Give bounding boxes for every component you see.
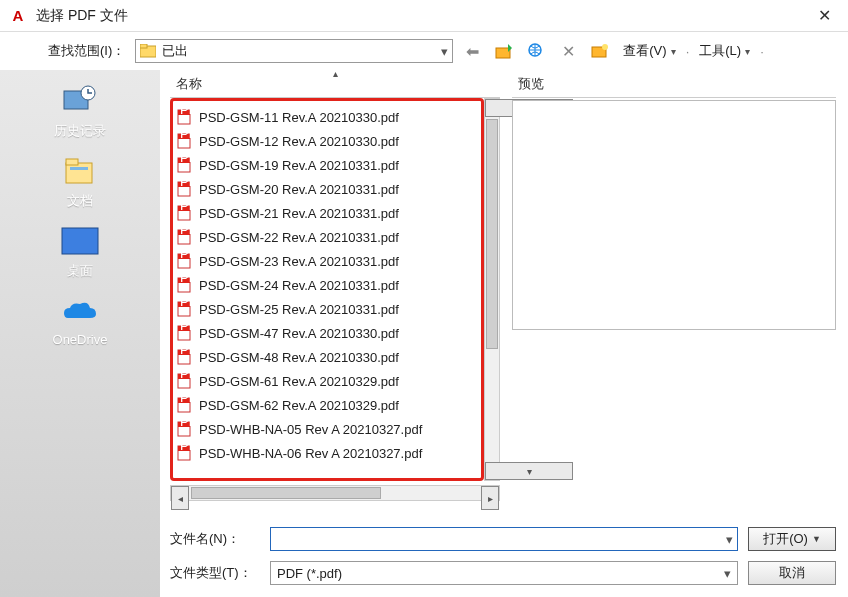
folder-up-icon — [494, 42, 514, 60]
pdf-file-icon: PDF — [177, 133, 193, 149]
pdf-file-icon: PDF — [177, 325, 193, 341]
file-row[interactable]: PDFPSD-WHB-NA-05 Rev A 20210327.pdf — [177, 417, 479, 441]
svg-text:PDF: PDF — [180, 421, 193, 429]
svg-rect-9 — [66, 159, 78, 165]
folder-icon — [140, 44, 156, 58]
svg-text:PDF: PDF — [180, 253, 193, 261]
svg-text:PDF: PDF — [180, 157, 193, 165]
horizontal-scrollbar[interactable]: ◂ ▸ — [170, 485, 500, 501]
tools-menu-button[interactable]: 工具(L) ▾ — [695, 39, 754, 63]
pdf-file-icon: PDF — [177, 109, 193, 125]
column-header-name[interactable]: ▴ 名称 — [170, 70, 500, 98]
svg-text:PDF: PDF — [180, 133, 193, 141]
file-row[interactable]: PDFPSD-GSM-12 Rev.A 20210330.pdf — [177, 129, 479, 153]
preview-box — [512, 100, 836, 330]
chevron-down-icon: ▾ — [671, 46, 676, 57]
vertical-scrollbar[interactable]: ▴ ▾ — [484, 98, 500, 481]
pdf-file-icon: PDF — [177, 229, 193, 245]
svg-text:PDF: PDF — [180, 325, 193, 333]
window-title: 选择 PDF 文件 — [36, 7, 804, 25]
scroll-thumb[interactable] — [191, 487, 381, 499]
tools-menu-label: 工具(L) — [699, 42, 741, 60]
svg-text:PDF: PDF — [180, 373, 193, 381]
globe-search-icon — [527, 42, 545, 60]
filetype-label: 文件类型(T)： — [170, 564, 260, 582]
web-button[interactable] — [523, 39, 549, 63]
pdf-file-icon: PDF — [177, 397, 193, 413]
file-row[interactable]: PDFPSD-GSM-25 Rev.A 20210331.pdf — [177, 297, 479, 321]
view-menu-button[interactable]: 查看(V) ▾ — [619, 39, 679, 63]
file-name: PSD-GSM-47 Rev.A 20210330.pdf — [199, 326, 399, 341]
file-open-dialog: A 选择 PDF 文件 ✕ 查找范围(I)： 已出 ▾ ⬅ ✕ 查看(V) ▾ … — [0, 0, 848, 597]
sidebar-item-documents[interactable]: 文档 — [0, 154, 160, 210]
sort-asc-icon: ▴ — [333, 68, 338, 79]
svg-text:PDF: PDF — [180, 445, 193, 453]
sidebar-item-onedrive[interactable]: OneDrive — [0, 294, 160, 347]
svg-rect-1 — [140, 44, 147, 48]
filename-label: 文件名(N)： — [170, 530, 260, 548]
svg-text:PDF: PDF — [180, 301, 193, 309]
file-row[interactable]: PDFPSD-GSM-47 Rev.A 20210330.pdf — [177, 321, 479, 345]
svg-text:PDF: PDF — [180, 397, 193, 405]
open-button[interactable]: 打开(O) ▼ — [748, 527, 836, 551]
up-folder-button[interactable] — [491, 39, 517, 63]
file-row[interactable]: PDFPSD-GSM-48 Rev.A 20210330.pdf — [177, 345, 479, 369]
filename-row: 文件名(N)： ▾ 打开(O) ▼ — [170, 527, 836, 551]
file-row[interactable]: PDFPSD-GSM-22 Rev.A 20210331.pdf — [177, 225, 479, 249]
scroll-track[interactable] — [189, 486, 481, 500]
svg-text:PDF: PDF — [180, 229, 193, 237]
arrow-left-icon: ⬅ — [466, 42, 479, 61]
chevron-down-icon: ▾ — [724, 566, 731, 581]
scroll-thumb[interactable] — [486, 119, 498, 349]
folder-new-icon — [590, 42, 610, 60]
pdf-file-icon: PDF — [177, 373, 193, 389]
file-row[interactable]: PDFPSD-GSM-19 Rev.A 20210331.pdf — [177, 153, 479, 177]
pdf-file-icon: PDF — [177, 277, 193, 293]
svg-text:PDF: PDF — [180, 205, 193, 213]
app-logo-icon: A — [8, 6, 28, 26]
delete-button[interactable]: ✕ — [555, 39, 581, 63]
file-row[interactable]: PDFPSD-GSM-11 Rev.A 20210330.pdf — [177, 105, 479, 129]
sidebar-item-label: 桌面 — [67, 262, 93, 280]
new-folder-button[interactable] — [587, 39, 613, 63]
scroll-right-button[interactable]: ▸ — [481, 486, 499, 510]
column-header-preview: 预览 — [512, 70, 836, 98]
scroll-track[interactable] — [485, 117, 499, 462]
svg-rect-2 — [496, 48, 510, 58]
pdf-file-icon: PDF — [177, 421, 193, 437]
file-name: PSD-GSM-24 Rev.A 20210331.pdf — [199, 278, 399, 293]
file-name: PSD-GSM-22 Rev.A 20210331.pdf — [199, 230, 399, 245]
view-menu-label: 查看(V) — [623, 42, 666, 60]
column-header-preview-label: 预览 — [518, 75, 544, 93]
file-row[interactable]: PDFPSD-WHB-NA-06 Rev A 20210327.pdf — [177, 441, 479, 465]
places-sidebar: 历史记录 文档 桌面 OneDrive — [0, 70, 160, 597]
main-panel: ▴ 名称 PDFPSD-GSM-11 Rev.A 20210330.pdfPDF… — [160, 70, 848, 597]
sidebar-item-label: OneDrive — [53, 332, 108, 347]
svg-point-5 — [602, 44, 608, 50]
column-header-name-label: 名称 — [176, 75, 202, 93]
file-row[interactable]: PDFPSD-GSM-21 Rev.A 20210331.pdf — [177, 201, 479, 225]
sidebar-item-label: 历史记录 — [54, 122, 106, 140]
svg-rect-8 — [66, 163, 92, 183]
look-in-combo[interactable]: 已出 ▾ — [135, 39, 453, 63]
close-button[interactable]: ✕ — [804, 2, 844, 30]
filetype-select[interactable]: PDF (*.pdf) ▾ — [270, 561, 738, 585]
back-button[interactable]: ⬅ — [459, 39, 485, 63]
file-list[interactable]: PDFPSD-GSM-11 Rev.A 20210330.pdfPDFPSD-G… — [170, 98, 484, 481]
file-row[interactable]: PDFPSD-GSM-20 Rev.A 20210331.pdf — [177, 177, 479, 201]
file-name: PSD-GSM-21 Rev.A 20210331.pdf — [199, 206, 399, 221]
file-row[interactable]: PDFPSD-GSM-62 Rev.A 20210329.pdf — [177, 393, 479, 417]
file-row[interactable]: PDFPSD-GSM-24 Rev.A 20210331.pdf — [177, 273, 479, 297]
documents-icon — [59, 154, 101, 188]
sidebar-item-history[interactable]: 历史记录 — [0, 84, 160, 140]
file-row[interactable]: PDFPSD-GSM-61 Rev.A 20210329.pdf — [177, 369, 479, 393]
filename-input[interactable]: ▾ — [270, 527, 738, 551]
file-row[interactable]: PDFPSD-GSM-23 Rev.A 20210331.pdf — [177, 249, 479, 273]
history-icon — [59, 84, 101, 118]
file-name: PSD-GSM-62 Rev.A 20210329.pdf — [199, 398, 399, 413]
cancel-button[interactable]: 取消 — [748, 561, 836, 585]
pdf-file-icon: PDF — [177, 445, 193, 461]
sidebar-item-desktop[interactable]: 桌面 — [0, 224, 160, 280]
filetype-row: 文件类型(T)： PDF (*.pdf) ▾ 取消 — [170, 561, 836, 585]
scroll-left-button[interactable]: ◂ — [171, 486, 189, 510]
